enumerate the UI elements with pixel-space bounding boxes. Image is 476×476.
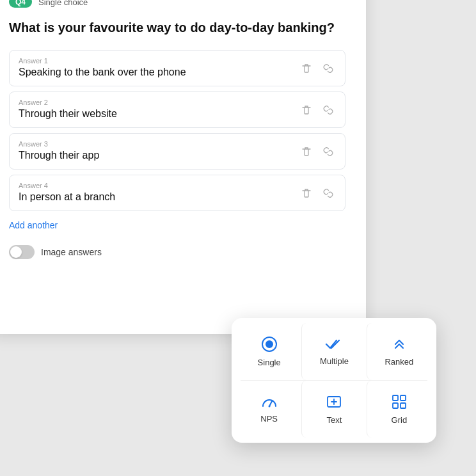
add-another-button[interactable]: Add another [9,220,58,230]
chevrons-up-icon [392,337,407,352]
svg-rect-4 [393,395,398,401]
svg-point-2 [268,406,270,408]
answer-item-4: Answer 4 In person at a branch [9,175,345,211]
answer-actions-4 [299,187,336,200]
question-title: What is your favourite way to do day-to-… [9,19,345,36]
image-answers-label: Image answers [41,247,102,257]
answer-item-3: Answer 3 Through their app [9,133,345,170]
answer-label-1: Answer 1 [19,57,336,65]
link-answer-4-button[interactable] [321,187,336,200]
image-answers-row: Image answers [9,245,345,259]
main-card: Q4 Single choice What is your favourite … [0,0,366,334]
toggle-knob [10,246,22,258]
delete-answer-3-button[interactable] [299,145,314,158]
svg-rect-6 [393,403,398,408]
answer-item-2: Answer 2 Through their website [9,91,345,128]
answer-type-popup: Single Multiple Ranked [232,318,436,443]
popup-item-text[interactable]: Text [301,381,366,438]
answer-text-3: Through their app [19,150,336,161]
link-answer-2-button[interactable] [321,104,336,116]
popup-ranked-label: Ranked [385,357,413,367]
svg-rect-7 [401,403,406,408]
answer-text-2: Through their website [19,108,336,120]
popup-multiple-label: Multiple [320,356,349,366]
answer-text-4: In person at a branch [19,191,336,203]
answer-actions-3 [299,145,336,158]
popup-grid-label: Grid [392,415,408,425]
answer-label-3: Answer 3 [19,140,336,148]
popup-item-nps[interactable]: NPS [237,381,301,438]
checkmark-double-icon [325,337,343,351]
answers-list: Answer 1 Speaking to the bank over the p… [9,50,345,211]
popup-nps-label: NPS [260,414,278,424]
popup-item-multiple[interactable]: Multiple [301,323,366,380]
question-type-label: Single choice [38,0,88,7]
answer-actions-1 [299,62,336,75]
popup-text-label: Text [327,415,342,425]
popup-top-row: Single Multiple Ranked [237,323,431,380]
popup-item-ranked[interactable]: Ranked [367,323,431,380]
svg-point-1 [266,340,273,348]
gauge-icon [260,395,278,409]
image-answers-toggle[interactable] [9,245,35,259]
answer-label-2: Answer 2 [19,99,336,106]
delete-answer-1-button[interactable] [299,62,314,75]
svg-rect-5 [401,395,406,401]
answer-item-1: Answer 1 Speaking to the bank over the p… [9,50,345,86]
link-answer-3-button[interactable] [321,145,336,158]
question-header: Q4 Single choice [9,0,345,8]
popup-bottom-row: NPS Text [237,381,431,438]
popup-item-single[interactable]: Single [237,323,301,380]
question-badge: Q4 [9,0,32,8]
popup-item-grid[interactable]: Grid [367,381,431,438]
popup-single-label: Single [258,358,281,367]
grid-icon [391,393,408,410]
answer-actions-2 [299,104,336,116]
answer-label-4: Answer 4 [19,182,336,189]
link-answer-1-button[interactable] [321,62,336,75]
delete-answer-4-button[interactable] [299,187,314,200]
radio-icon [261,336,278,353]
delete-answer-2-button[interactable] [299,104,314,116]
textbox-icon [326,393,342,410]
answer-text-1: Speaking to the bank over the phone [19,67,336,78]
